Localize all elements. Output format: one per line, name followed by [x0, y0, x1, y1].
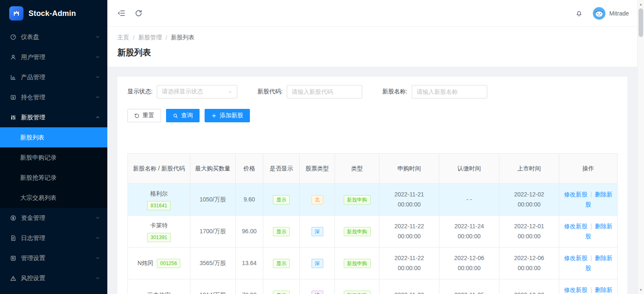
document-icon [10, 235, 16, 241]
reset-icon [134, 113, 140, 119]
stock-name: N炜冈 [138, 258, 153, 268]
select-placeholder: 请选择显示状态 [162, 88, 203, 95]
reload-icon[interactable] [135, 9, 143, 17]
stock-name-label: 新股名称: [382, 88, 408, 95]
top-bar: Mitrade [107, 0, 644, 27]
stock-type-badge: 北 [312, 195, 323, 204]
sidebar-item-ipo-list[interactable]: 新股列表 [0, 127, 107, 147]
pay-time-cell: 2022-11-2400:00:00 [444, 222, 495, 241]
max-buy-cell: 1700/万股 [190, 216, 236, 248]
reset-button[interactable]: 重置 [127, 109, 161, 122]
ipo-table: 新股名称 / 新股代码 最大购买数量 价格 是否显示 股票类型 类型 申购时间 … [127, 153, 618, 294]
sliders-icon [10, 114, 16, 121]
sidebar-item-label: 新股管理 [21, 113, 96, 121]
stock-name-input[interactable] [412, 85, 487, 98]
add-stock-button-label: 添加新股 [220, 112, 243, 119]
dashboard-icon [10, 34, 16, 40]
sidebar-item-admin-settings[interactable]: 管理设置 [0, 248, 107, 268]
breadcrumb-separator: / [166, 34, 167, 41]
bar-chart-icon [10, 74, 16, 80]
stock-name: 卡莱特 [150, 221, 168, 230]
edit-stock-link[interactable]: 修改新股 [564, 191, 587, 198]
col-header-name-code: 新股名称 / 新股代码 [128, 154, 190, 184]
edit-stock-link[interactable]: 修改新股 [564, 223, 587, 230]
settings-icon [10, 255, 16, 261]
table-row: 三未信安 1914/万股 78.90 显示 沪 新股申购 2022-11-23 … [128, 279, 618, 294]
link-separator: | [590, 223, 592, 230]
sidebar-item-label: 用户管理 [21, 53, 96, 61]
type-badge: 新股申购 [344, 291, 371, 294]
stock-code-input[interactable] [287, 85, 362, 98]
breadcrumb-ipo-management[interactable]: 新股管理 [138, 34, 162, 41]
user-icon [10, 54, 16, 60]
scrollbar-thumb[interactable] [639, 8, 643, 37]
sidebar-item-product-management[interactable]: 产品管理 [0, 67, 107, 87]
stock-code-label: 新股代码: [257, 88, 283, 95]
edit-stock-link[interactable]: 修改新股 [564, 255, 587, 261]
stock-code-tag: 301391 [147, 233, 171, 242]
edit-stock-link[interactable]: 修改新股 [564, 286, 587, 293]
add-stock-button[interactable]: 添加新股 [205, 109, 250, 122]
breadcrumb: 主页 / 新股管理 / 新股列表 [117, 34, 634, 41]
delete-stock-link[interactable]: 删除新股 [585, 286, 613, 294]
type-badge: 新股申购 [344, 195, 371, 204]
stock-type-badge: 深 [312, 259, 323, 268]
delete-stock-link[interactable]: 删除新股 [585, 255, 613, 271]
sidebar-item-position-management[interactable]: 持仓管理 [0, 87, 107, 107]
sidebar-item-risk-settings[interactable]: 风控设置 [0, 268, 107, 288]
sidebar-item-log-management[interactable]: 日志管理 [0, 228, 107, 248]
chevron-down-icon [96, 236, 100, 240]
search-icon [173, 113, 178, 119]
chevron-down-icon [96, 35, 100, 39]
delete-stock-link[interactable]: 删除新股 [585, 223, 613, 239]
scrollbar-up-icon[interactable]: ▲ [638, 1, 644, 8]
apply-time-cell: 2022-11-2200:00:00 [384, 222, 435, 241]
notification-bell-icon[interactable] [575, 10, 583, 17]
stock-name-code-cell: 格利尔 831641 [132, 189, 186, 210]
app-logo[interactable]: Stock-Admin [0, 0, 107, 27]
stock-name-code-cell: N炜冈 001256 [132, 258, 186, 268]
col-header-apply-time: 申购时间 [379, 154, 439, 184]
list-time-cell: 2022-12-0100:00:00 [504, 222, 555, 241]
action-bar: 重置 查询 添加新股 [127, 109, 617, 122]
chevron-down-icon [96, 216, 100, 220]
col-header-pay-time: 认缴时间 [439, 154, 499, 184]
apply-time-cell: 2022-11-2100:00:00 [384, 190, 435, 209]
chevron-down-icon [96, 75, 100, 79]
sidebar-item-ipo-rush-records[interactable]: 新股抢筹记录 [0, 168, 107, 188]
list-time-cell: 2022-12-02 [504, 290, 555, 294]
filter-display-status: 显示状态: 请选择显示状态 [127, 85, 237, 98]
visible-badge: 显示 [273, 195, 290, 204]
display-status-select[interactable]: 请选择显示状态 [157, 85, 237, 98]
sidebar-item-ipo-subscription-records[interactable]: 新股申购记录 [0, 147, 107, 168]
submenu-item-label: 大宗交易列表 [20, 194, 57, 202]
sidebar-submenu-ipo: 新股列表 新股申购记录 新股抢筹记录 大宗交易列表 [0, 127, 107, 208]
sidebar-item-ipo-management[interactable]: 新股管理 [0, 107, 107, 127]
col-header-price: 价格 [236, 154, 263, 184]
delete-stock-link[interactable]: 删除新股 [585, 191, 613, 207]
col-header-max-buy: 最大购买数量 [190, 154, 236, 184]
position-box-icon [10, 94, 16, 101]
content-card: 显示状态: 请选择显示状态 新股代码: 新股名称: [117, 77, 627, 294]
sidebar-item-label: 持仓管理 [21, 93, 96, 101]
filter-stock-code: 新股代码: [257, 85, 362, 98]
user-name: Mitrade [609, 10, 629, 17]
sidebar-item-funds-management[interactable]: 资金管理 [0, 208, 107, 228]
visible-badge: 显示 [273, 291, 290, 294]
chevron-down-icon [96, 256, 100, 260]
price-cell: 78.90 [236, 279, 263, 294]
user-menu[interactable]: Mitrade [593, 7, 629, 20]
col-header-list-time: 上市时间 [499, 154, 559, 184]
dollar-circle-icon [10, 215, 16, 221]
sidebar-item-user-management[interactable]: 用户管理 [0, 47, 107, 67]
search-button[interactable]: 查询 [166, 109, 200, 122]
breadcrumb-home[interactable]: 主页 [117, 34, 129, 41]
app-root: Stock-Admin 仪表盘 用户管理 产品 [0, 0, 644, 294]
stock-name-code-cell: 卡莱特 301391 [132, 221, 186, 242]
sidebar-item-dashboard[interactable]: 仪表盘 [0, 27, 107, 47]
app-title: Stock-Admin [29, 9, 76, 18]
sidebar-item-block-trade-list[interactable]: 大宗交易列表 [0, 188, 107, 208]
scrollbar-down-icon[interactable]: ▼ [638, 286, 644, 293]
menu-fold-icon[interactable] [117, 9, 125, 17]
page-header: 主页 / 新股管理 / 新股列表 新股列表 [107, 27, 644, 67]
